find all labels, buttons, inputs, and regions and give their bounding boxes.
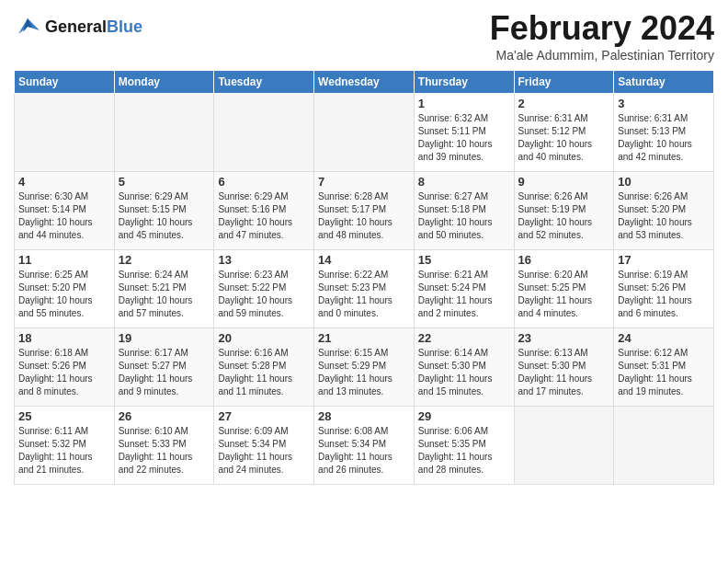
calendar-cell: 11Sunrise: 6:25 AM Sunset: 5:20 PM Dayli… [15, 250, 115, 328]
calendar-cell: 17Sunrise: 6:19 AM Sunset: 5:26 PM Dayli… [614, 250, 714, 328]
day-number: 16 [518, 253, 610, 267]
day-info: Sunrise: 6:22 AM Sunset: 5:23 PM Dayligh… [318, 269, 410, 320]
page-header: GeneralBlue February 2024 Ma'ale Adummim… [14, 9, 714, 63]
calendar-cell: 27Sunrise: 6:09 AM Sunset: 5:34 PM Dayli… [214, 407, 314, 485]
calendar-cell: 3Sunrise: 6:31 AM Sunset: 5:13 PM Daylig… [614, 94, 714, 172]
day-info: Sunrise: 6:29 AM Sunset: 5:15 PM Dayligh… [119, 190, 210, 242]
calendar-cell: 15Sunrise: 6:21 AM Sunset: 5:24 PM Dayli… [414, 250, 514, 328]
day-number: 19 [119, 331, 210, 345]
calendar-cell: 28Sunrise: 6:08 AM Sunset: 5:34 PM Dayli… [314, 407, 415, 485]
day-info: Sunrise: 6:24 AM Sunset: 5:21 PM Dayligh… [119, 269, 210, 320]
calendar-cell: 13Sunrise: 6:23 AM Sunset: 5:22 PM Dayli… [214, 250, 314, 328]
day-info: Sunrise: 6:31 AM Sunset: 5:12 PM Dayligh… [518, 112, 610, 164]
calendar-cell: 14Sunrise: 6:22 AM Sunset: 5:23 PM Dayli… [314, 250, 415, 328]
day-info: Sunrise: 6:31 AM Sunset: 5:13 PM Dayligh… [618, 112, 710, 164]
calendar-cell [15, 94, 115, 172]
day-number: 21 [318, 331, 410, 345]
header-thursday: Thursday [414, 71, 514, 94]
header-tuesday: Tuesday [214, 71, 314, 94]
day-info: Sunrise: 6:12 AM Sunset: 5:31 PM Dayligh… [618, 347, 710, 398]
logo-icon [14, 14, 41, 41]
day-info: Sunrise: 6:08 AM Sunset: 5:34 PM Dayligh… [318, 425, 410, 477]
day-info: Sunrise: 6:17 AM Sunset: 5:27 PM Dayligh… [119, 347, 210, 398]
calendar-cell [514, 407, 614, 485]
day-info: Sunrise: 6:15 AM Sunset: 5:29 PM Dayligh… [318, 347, 410, 398]
day-info: Sunrise: 6:18 AM Sunset: 5:26 PM Dayligh… [18, 347, 110, 398]
day-info: Sunrise: 6:21 AM Sunset: 5:24 PM Dayligh… [418, 269, 510, 320]
calendar-table: SundayMondayTuesdayWednesdayThursdayFrid… [14, 70, 714, 485]
calendar-cell: 24Sunrise: 6:12 AM Sunset: 5:31 PM Dayli… [614, 328, 714, 407]
day-info: Sunrise: 6:23 AM Sunset: 5:22 PM Dayligh… [218, 269, 310, 320]
calendar-cell: 16Sunrise: 6:20 AM Sunset: 5:25 PM Dayli… [514, 250, 614, 328]
day-number: 3 [618, 97, 710, 110]
day-info: Sunrise: 6:13 AM Sunset: 5:30 PM Dayligh… [518, 347, 610, 398]
day-number: 1 [418, 97, 510, 110]
day-number: 20 [218, 331, 310, 345]
day-number: 2 [518, 97, 610, 110]
day-number: 6 [218, 175, 310, 189]
day-number: 29 [418, 409, 510, 423]
day-info: Sunrise: 6:26 AM Sunset: 5:20 PM Dayligh… [618, 190, 710, 242]
day-number: 15 [418, 253, 510, 267]
day-info: Sunrise: 6:14 AM Sunset: 5:30 PM Dayligh… [418, 347, 510, 398]
month-title: February 2024 [490, 9, 714, 48]
calendar-cell: 19Sunrise: 6:17 AM Sunset: 5:27 PM Dayli… [114, 328, 214, 407]
day-info: Sunrise: 6:16 AM Sunset: 5:28 PM Dayligh… [218, 347, 310, 398]
calendar-cell: 4Sunrise: 6:30 AM Sunset: 5:14 PM Daylig… [15, 172, 115, 250]
calendar-cell: 1Sunrise: 6:32 AM Sunset: 5:11 PM Daylig… [414, 94, 514, 172]
day-number: 18 [18, 331, 110, 345]
day-info: Sunrise: 6:19 AM Sunset: 5:26 PM Dayligh… [618, 269, 710, 320]
day-number: 9 [518, 175, 610, 189]
day-info: Sunrise: 6:30 AM Sunset: 5:14 PM Dayligh… [18, 190, 110, 242]
day-info: Sunrise: 6:20 AM Sunset: 5:25 PM Dayligh… [518, 269, 610, 320]
day-number: 22 [418, 331, 510, 345]
day-number: 8 [418, 175, 510, 189]
calendar-cell: 9Sunrise: 6:26 AM Sunset: 5:19 PM Daylig… [514, 172, 614, 250]
calendar-cell: 12Sunrise: 6:24 AM Sunset: 5:21 PM Dayli… [114, 250, 214, 328]
day-number: 12 [119, 253, 210, 267]
day-number: 4 [18, 175, 110, 189]
calendar-cell [614, 407, 714, 485]
calendar-week-row: 4Sunrise: 6:30 AM Sunset: 5:14 PM Daylig… [15, 172, 714, 250]
day-info: Sunrise: 6:29 AM Sunset: 5:16 PM Dayligh… [218, 190, 310, 242]
day-info: Sunrise: 6:26 AM Sunset: 5:19 PM Dayligh… [518, 190, 610, 242]
calendar-cell: 8Sunrise: 6:27 AM Sunset: 5:18 PM Daylig… [414, 172, 514, 250]
header-friday: Friday [514, 71, 614, 94]
day-number: 17 [618, 253, 710, 267]
day-info: Sunrise: 6:25 AM Sunset: 5:20 PM Dayligh… [18, 269, 110, 320]
calendar-cell: 18Sunrise: 6:18 AM Sunset: 5:26 PM Dayli… [15, 328, 115, 407]
day-number: 14 [318, 253, 410, 267]
calendar-cell: 2Sunrise: 6:31 AM Sunset: 5:12 PM Daylig… [514, 94, 614, 172]
day-number: 27 [218, 409, 310, 423]
calendar-cell [314, 94, 415, 172]
calendar-week-row: 25Sunrise: 6:11 AM Sunset: 5:32 PM Dayli… [15, 407, 714, 485]
day-number: 10 [618, 175, 710, 189]
calendar-cell: 22Sunrise: 6:14 AM Sunset: 5:30 PM Dayli… [414, 328, 514, 407]
logo: GeneralBlue [14, 14, 142, 41]
calendar-cell: 10Sunrise: 6:26 AM Sunset: 5:20 PM Dayli… [614, 172, 714, 250]
calendar-header-row: SundayMondayTuesdayWednesdayThursdayFrid… [15, 71, 714, 94]
day-number: 26 [119, 409, 210, 423]
day-info: Sunrise: 6:32 AM Sunset: 5:11 PM Dayligh… [418, 112, 510, 164]
calendar-cell: 7Sunrise: 6:28 AM Sunset: 5:17 PM Daylig… [314, 172, 415, 250]
day-number: 23 [518, 331, 610, 345]
day-number: 28 [318, 409, 410, 423]
header-wednesday: Wednesday [314, 71, 415, 94]
calendar-cell [214, 94, 314, 172]
day-number: 24 [618, 331, 710, 345]
calendar-cell: 29Sunrise: 6:06 AM Sunset: 5:35 PM Dayli… [414, 407, 514, 485]
calendar-cell: 23Sunrise: 6:13 AM Sunset: 5:30 PM Dayli… [514, 328, 614, 407]
day-number: 11 [18, 253, 110, 267]
calendar-cell [114, 94, 214, 172]
logo-text: GeneralBlue [45, 18, 142, 37]
header-saturday: Saturday [614, 71, 714, 94]
day-info: Sunrise: 6:10 AM Sunset: 5:33 PM Dayligh… [119, 425, 210, 477]
calendar-cell: 25Sunrise: 6:11 AM Sunset: 5:32 PM Dayli… [15, 407, 115, 485]
day-info: Sunrise: 6:06 AM Sunset: 5:35 PM Dayligh… [418, 425, 510, 477]
day-number: 5 [119, 175, 210, 189]
calendar-cell: 20Sunrise: 6:16 AM Sunset: 5:28 PM Dayli… [214, 328, 314, 407]
header-sunday: Sunday [15, 71, 115, 94]
title-block: February 2024 Ma'ale Adummim, Palestinia… [490, 9, 714, 63]
header-monday: Monday [114, 71, 214, 94]
day-info: Sunrise: 6:28 AM Sunset: 5:17 PM Dayligh… [318, 190, 410, 242]
